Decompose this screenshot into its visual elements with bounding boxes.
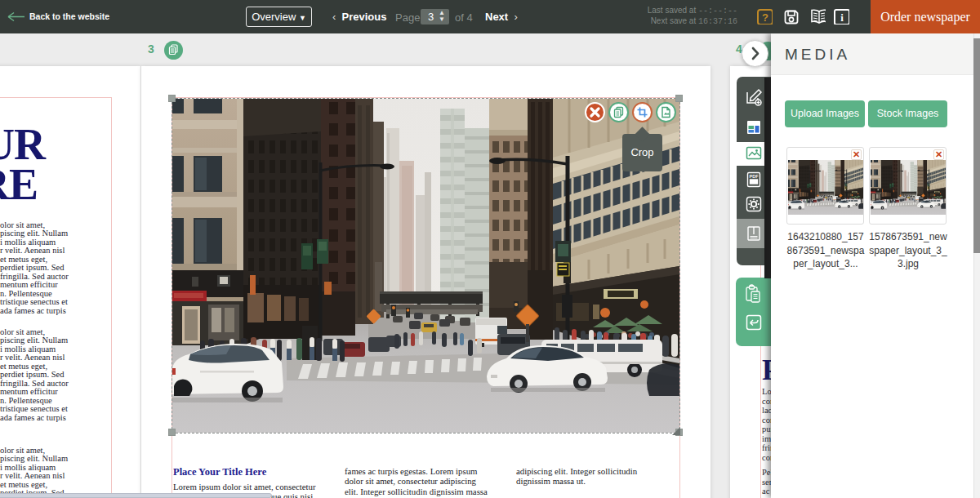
svg-text:?: ?: [762, 11, 768, 24]
svg-text:i: i: [840, 11, 844, 24]
svg-text:PDF: PDF: [750, 174, 760, 179]
